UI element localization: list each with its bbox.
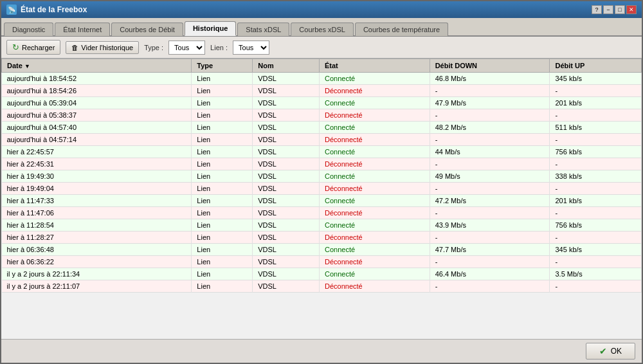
- window-title: État de la Freebox: [21, 5, 87, 14]
- tab-etat-internet[interactable]: État Internet: [55, 23, 110, 36]
- cell-debit-down: -: [430, 256, 550, 268]
- table-row: hier à 22:45:31 Lien VDSL Déconnecté - -: [2, 158, 642, 170]
- cell-date: il y a 2 jours à 22:11:07: [2, 280, 192, 293]
- vider-icon: 🗑: [71, 44, 78, 51]
- minimize-button[interactable]: −: [603, 5, 613, 14]
- ok-button[interactable]: ✔ OK: [586, 343, 635, 359]
- cell-nom: VDSL: [253, 244, 320, 256]
- table-row: hier à 19:49:30 Lien VDSL Connecté 49 Mb…: [2, 170, 642, 183]
- col-etat[interactable]: État: [319, 59, 430, 73]
- cell-debit-up: 345 kb/s: [550, 73, 642, 85]
- cell-debit-up: -: [550, 158, 642, 170]
- refresh-icon: ↻: [12, 42, 19, 52]
- cell-nom: VDSL: [253, 256, 320, 268]
- cell-etat: Connecté: [319, 122, 430, 134]
- cell-type: Lien: [192, 195, 253, 207]
- cell-date: hier à 11:47:06: [2, 207, 192, 219]
- cell-date: hier à 22:45:31: [2, 158, 192, 170]
- tab-historique[interactable]: Historique: [185, 21, 236, 36]
- title-bar-left: 📡 État de la Freebox: [6, 5, 87, 15]
- footer: ✔ OK: [1, 339, 642, 363]
- cell-debit-down: -: [430, 85, 550, 97]
- reload-button[interactable]: ↻ Recharger: [6, 40, 60, 55]
- cell-debit-up: 756 kb/s: [550, 146, 642, 158]
- cell-nom: VDSL: [253, 232, 320, 244]
- cell-debit-down: -: [430, 183, 550, 195]
- cell-date: hier à 11:47:33: [2, 195, 192, 207]
- main-window: 📡 État de la Freebox ? − □ ✕ Diagnostic …: [0, 0, 643, 364]
- cell-date: hier à 22:45:57: [2, 146, 192, 158]
- table-container: Date ▼ Type Nom État Débit DOWN Débit UP…: [1, 59, 642, 339]
- cell-debit-up: -: [550, 85, 642, 97]
- cell-debit-up: 756 kb/s: [550, 219, 642, 232]
- table-row: aujourd'hui à 05:38:37 Lien VDSL Déconne…: [2, 109, 642, 122]
- close-button[interactable]: ✕: [626, 5, 637, 14]
- tab-stats-xdsl[interactable]: Stats xDSL: [237, 23, 289, 36]
- cell-debit-down: -: [430, 207, 550, 219]
- cell-type: Lien: [192, 97, 253, 109]
- cell-etat: Déconnecté: [319, 158, 430, 170]
- cell-type: Lien: [192, 183, 253, 195]
- tab-diagnostic[interactable]: Diagnostic: [4, 23, 53, 36]
- cell-etat: Déconnecté: [319, 85, 430, 97]
- cell-debit-up: 511 kb/s: [550, 122, 642, 134]
- cell-nom: VDSL: [253, 219, 320, 232]
- cell-debit-down: 46.8 Mb/s: [430, 73, 550, 85]
- cell-debit-down: -: [430, 134, 550, 146]
- cell-type: Lien: [192, 244, 253, 256]
- cell-debit-up: -: [550, 183, 642, 195]
- tab-courbes-xdsl[interactable]: Courbes xDSL: [291, 23, 354, 36]
- cell-nom: VDSL: [253, 146, 320, 158]
- cell-date: hier à 19:49:04: [2, 183, 192, 195]
- col-debit-up[interactable]: Débit UP: [550, 59, 642, 73]
- cell-date: il y a 2 jours à 22:11:34: [2, 268, 192, 280]
- history-table: Date ▼ Type Nom État Débit DOWN Débit UP…: [1, 59, 642, 293]
- cell-nom: VDSL: [253, 73, 320, 85]
- cell-debit-down: -: [430, 109, 550, 122]
- type-select[interactable]: Tous Lien Autre: [168, 41, 205, 55]
- table-row: hier à 11:47:06 Lien VDSL Déconnecté - -: [2, 207, 642, 219]
- table-row: aujourd'hui à 05:39:04 Lien VDSL Connect…: [2, 97, 642, 109]
- reload-label: Recharger: [22, 44, 55, 51]
- tab-courbes-debit[interactable]: Courbes de Débit: [111, 23, 183, 36]
- cell-debit-up: 201 kb/s: [550, 97, 642, 109]
- table-row: hier à 06:36:22 Lien VDSL Déconnecté - -: [2, 256, 642, 268]
- cell-type: Lien: [192, 158, 253, 170]
- cell-debit-down: 47.9 Mb/s: [430, 97, 550, 109]
- cell-debit-up: -: [550, 109, 642, 122]
- maximize-button[interactable]: □: [615, 5, 625, 14]
- help-button[interactable]: ?: [592, 5, 602, 14]
- vider-button[interactable]: 🗑 Vider l'historique: [66, 41, 139, 54]
- window-icon: 📡: [6, 5, 17, 15]
- cell-type: Lien: [192, 170, 253, 183]
- lien-select[interactable]: Tous Lien Autre: [233, 41, 269, 55]
- cell-debit-down: 43.9 Mb/s: [430, 219, 550, 232]
- cell-etat: Déconnecté: [319, 256, 430, 268]
- col-debit-down[interactable]: Débit DOWN: [430, 59, 550, 73]
- cell-etat: Connecté: [319, 146, 430, 158]
- cell-type: Lien: [192, 219, 253, 232]
- table-row: aujourd'hui à 04:57:14 Lien VDSL Déconne…: [2, 134, 642, 146]
- table-row: hier à 11:28:54 Lien VDSL Connecté 43.9 …: [2, 219, 642, 232]
- sort-icon: ▼: [24, 63, 30, 69]
- cell-type: Lien: [192, 146, 253, 158]
- toolbar: ↻ Recharger 🗑 Vider l'historique Type : …: [1, 37, 642, 59]
- cell-nom: VDSL: [253, 85, 320, 97]
- cell-debit-down: 44 Mb/s: [430, 146, 550, 158]
- col-date[interactable]: Date ▼: [2, 59, 192, 73]
- table-header-row: Date ▼ Type Nom État Débit DOWN Débit UP: [2, 59, 642, 73]
- cell-etat: Déconnecté: [319, 183, 430, 195]
- cell-nom: VDSL: [253, 122, 320, 134]
- cell-debit-up: -: [550, 134, 642, 146]
- cell-date: aujourd'hui à 05:39:04: [2, 97, 192, 109]
- col-nom[interactable]: Nom: [253, 59, 320, 73]
- cell-type: Lien: [192, 109, 253, 122]
- ok-label: OK: [611, 347, 622, 356]
- cell-nom: VDSL: [253, 183, 320, 195]
- cell-debit-up: -: [550, 280, 642, 293]
- col-type[interactable]: Type: [192, 59, 253, 73]
- tab-courbes-temperature[interactable]: Courbes de température: [355, 23, 448, 36]
- cell-type: Lien: [192, 122, 253, 134]
- cell-debit-down: -: [430, 158, 550, 170]
- vider-label: Vider l'historique: [81, 44, 133, 51]
